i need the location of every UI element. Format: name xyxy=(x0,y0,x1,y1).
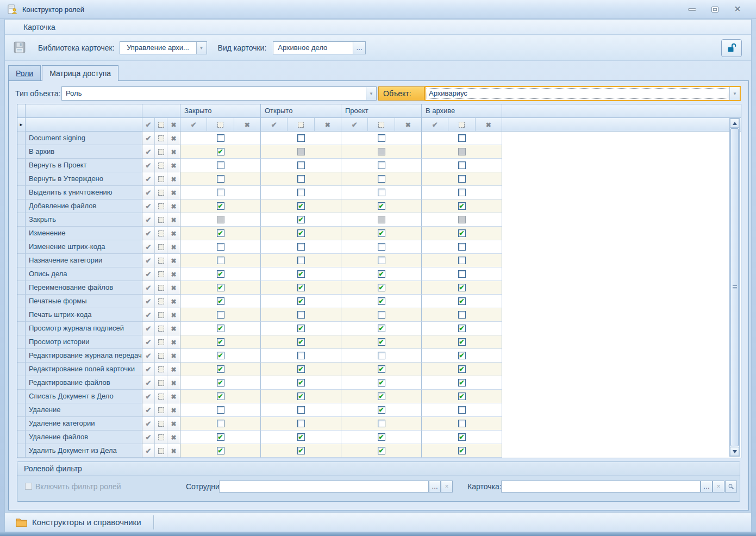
group-indeterminate-button[interactable] xyxy=(448,118,475,131)
row-indeterminate-button[interactable] xyxy=(155,390,167,403)
action-name-cell[interactable]: Document signing xyxy=(26,132,142,145)
access-checkbox-unchecked[interactable] xyxy=(458,311,466,319)
access-checkbox-checked[interactable] xyxy=(378,297,385,305)
row-uncheck-all-button[interactable] xyxy=(167,159,180,172)
access-checkbox-checked[interactable] xyxy=(378,447,385,454)
row-check-all-button[interactable] xyxy=(142,444,155,458)
row-check-all-button[interactable] xyxy=(142,322,155,335)
access-checkbox-checked[interactable] xyxy=(217,352,224,359)
scroll-down-button[interactable] xyxy=(730,447,739,456)
minimize-button[interactable] xyxy=(684,4,699,15)
row-uncheck-all-button[interactable] xyxy=(167,227,180,240)
row-check-all-button[interactable] xyxy=(142,363,155,376)
access-checkbox-checked[interactable] xyxy=(378,433,385,441)
row-uncheck-all-button[interactable] xyxy=(167,363,180,376)
row-uncheck-all-button[interactable] xyxy=(167,322,180,335)
row-uncheck-all-button[interactable] xyxy=(167,254,180,267)
row-uncheck-all-button[interactable] xyxy=(167,213,180,227)
action-name-cell[interactable]: Списать Документ в Дело xyxy=(26,390,142,403)
access-checkbox-checked[interactable] xyxy=(297,202,305,210)
access-checkbox-unchecked[interactable] xyxy=(458,420,466,427)
row-uncheck-all-button[interactable] xyxy=(167,417,180,431)
row-check-all-button[interactable] xyxy=(142,376,155,390)
row-uncheck-all-button[interactable] xyxy=(167,349,180,363)
access-checkbox-checked[interactable] xyxy=(217,433,224,441)
row-uncheck-all-button[interactable] xyxy=(167,267,180,281)
access-checkbox-unchecked[interactable] xyxy=(458,257,466,264)
row-uncheck-all-button[interactable] xyxy=(167,376,180,390)
group-cross-all-button[interactable] xyxy=(476,118,502,131)
access-checkbox-unchecked[interactable] xyxy=(297,406,305,414)
action-name-cell[interactable]: Удаление категории xyxy=(26,417,142,431)
row-uncheck-all-button[interactable] xyxy=(167,403,180,417)
row-uncheck-all-button[interactable] xyxy=(167,145,180,159)
group-check-all-button[interactable] xyxy=(341,118,368,131)
row-uncheck-all-button[interactable] xyxy=(167,240,180,254)
access-checkbox-checked[interactable] xyxy=(297,229,305,237)
action-name-cell[interactable]: Печать штрих-кода xyxy=(26,308,142,322)
access-checkbox-checked[interactable] xyxy=(217,148,224,155)
access-checkbox-unchecked[interactable] xyxy=(458,243,466,251)
row-check-all-button[interactable] xyxy=(142,349,155,363)
access-checkbox-unchecked[interactable] xyxy=(458,161,466,169)
row-indeterminate-button[interactable] xyxy=(155,200,167,213)
scrollbar-thumb[interactable] xyxy=(730,128,739,446)
access-checkbox-checked[interactable] xyxy=(297,325,305,332)
row-indeterminate-button[interactable] xyxy=(155,335,167,349)
group-cross-all-button[interactable] xyxy=(315,118,341,131)
access-checkbox-unchecked[interactable] xyxy=(217,189,224,196)
access-checkbox-checked[interactable] xyxy=(217,270,224,278)
action-name-cell[interactable]: Выделить к уничтожению xyxy=(26,186,142,200)
action-name-cell[interactable]: Просмотр истории xyxy=(26,335,142,349)
row-check-all-button[interactable] xyxy=(142,295,155,308)
group-cross-all-button[interactable] xyxy=(395,118,421,131)
action-name-cell[interactable]: Вернуть в Утверждено xyxy=(26,172,142,186)
access-checkbox-unchecked[interactable] xyxy=(378,352,385,359)
row-uncheck-all-button[interactable] xyxy=(167,431,180,444)
access-checkbox-checked[interactable] xyxy=(297,338,305,346)
access-checkbox-unchecked[interactable] xyxy=(217,243,224,251)
access-checkbox-unchecked[interactable] xyxy=(297,243,305,251)
row-indeterminate-button[interactable] xyxy=(155,444,167,458)
access-checkbox-unchecked[interactable] xyxy=(217,175,224,183)
access-checkbox-checked[interactable] xyxy=(297,297,305,305)
row-indeterminate-button[interactable] xyxy=(155,132,167,145)
access-checkbox-checked[interactable] xyxy=(217,379,224,387)
access-checkbox-unchecked[interactable] xyxy=(378,134,385,142)
access-checkbox-checked[interactable] xyxy=(217,229,224,237)
row-indeterminate-button[interactable] xyxy=(155,159,167,172)
row-indeterminate-button[interactable] xyxy=(155,322,167,335)
group-check-all-button[interactable] xyxy=(180,118,207,131)
access-checkbox-checked[interactable] xyxy=(458,202,466,210)
access-checkbox-checked[interactable] xyxy=(458,352,466,359)
access-checkbox-unchecked[interactable] xyxy=(378,420,385,427)
access-checkbox-checked[interactable] xyxy=(217,392,224,400)
row-uncheck-all-button[interactable] xyxy=(167,335,180,349)
access-checkbox-checked[interactable] xyxy=(217,297,224,305)
access-checkbox-unchecked[interactable] xyxy=(378,243,385,251)
maximize-button[interactable] xyxy=(707,4,722,15)
action-name-cell[interactable]: Закрыть xyxy=(26,213,142,227)
access-checkbox-checked[interactable] xyxy=(297,447,305,454)
row-check-all-button[interactable] xyxy=(142,335,155,349)
tab-matrica-dostupa[interactable]: Матрица доступа xyxy=(42,65,118,81)
lock-button[interactable] xyxy=(721,39,742,57)
action-name-cell[interactable]: Назначение категории xyxy=(26,254,142,267)
access-checkbox-checked[interactable] xyxy=(217,338,224,346)
menu-item-kartochka[interactable]: Карточка xyxy=(20,22,59,33)
access-checkbox-unchecked[interactable] xyxy=(217,311,224,319)
library-combobox[interactable]: Управление архи... ▼ xyxy=(120,41,207,54)
row-uncheck-all-button[interactable] xyxy=(167,444,180,458)
action-name-cell[interactable]: Опись дела xyxy=(26,267,142,281)
set-all-cross-button[interactable] xyxy=(167,118,180,132)
object-dropdown-arrow-icon[interactable]: ▼ xyxy=(729,87,740,100)
row-indeterminate-button[interactable] xyxy=(155,186,167,200)
access-checkbox-checked[interactable] xyxy=(458,338,466,346)
access-checkbox-unchecked[interactable] xyxy=(378,257,385,264)
employee-clear-button[interactable]: × xyxy=(441,481,453,493)
card-browse-button[interactable]: … xyxy=(701,481,713,493)
access-checkbox-checked[interactable] xyxy=(378,379,385,387)
statusbar-item-constructors[interactable]: Конструкторы и справочники xyxy=(16,518,141,527)
object-type-combobox[interactable]: Роль ▼ xyxy=(61,86,377,101)
access-checkbox-unchecked[interactable] xyxy=(458,175,466,183)
